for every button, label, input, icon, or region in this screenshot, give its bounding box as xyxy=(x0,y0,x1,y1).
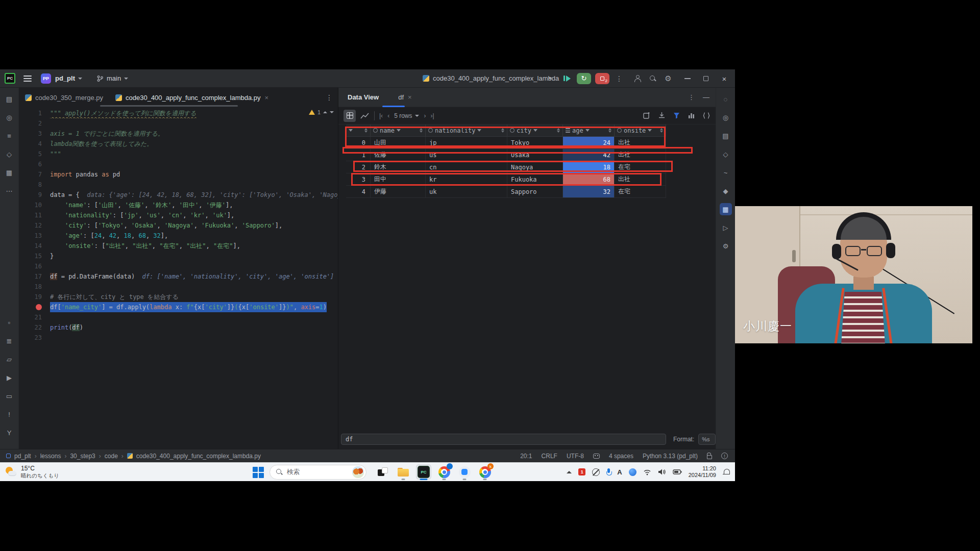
format-input[interactable]: %s xyxy=(698,434,716,445)
minimize-button[interactable] xyxy=(680,71,695,86)
panel-options-icon[interactable]: ⋮ xyxy=(688,93,695,101)
code-line[interactable]: 'age': [24, 42, 18, 68, 32], xyxy=(50,231,338,241)
search-highlight-image[interactable] xyxy=(352,466,364,478)
table-view-button[interactable] xyxy=(344,110,356,122)
lock-icon[interactable] xyxy=(707,455,712,459)
branch-widget[interactable]: main xyxy=(96,74,128,82)
first-page-icon[interactable]: |‹ xyxy=(379,112,383,119)
line-number[interactable]: 3 xyxy=(19,129,50,139)
more-tool-windows-icon[interactable]: ⋯ xyxy=(3,185,15,197)
run-configuration[interactable]: code30_400_apply_func_complex_lambda ↻ 2… xyxy=(423,73,623,84)
line-number[interactable]: 2 xyxy=(19,118,50,129)
project-name[interactable]: pd_plt xyxy=(55,74,75,82)
prev-page-icon[interactable]: ‹ xyxy=(387,112,389,119)
line-number[interactable]: 23 xyxy=(19,333,50,343)
code-line[interactable]: """ apply()メソッドを使って列に関数を適用する xyxy=(50,108,338,118)
close-tab-icon[interactable]: × xyxy=(408,93,412,101)
settings-tools-icon[interactable]: ⚙ xyxy=(720,240,732,252)
code-line[interactable] xyxy=(50,118,338,129)
memory-indicator-icon[interactable]: ! xyxy=(721,453,728,459)
breakpoint-icon[interactable] xyxy=(36,304,42,310)
microphone-icon[interactable] xyxy=(606,468,610,476)
taskbar-search[interactable]: 検索 xyxy=(270,465,366,480)
tab-code30-400-apply-func-complex-lambda[interactable]: code30_400_apply_func_complex_lambda.py … xyxy=(109,88,275,107)
project-badge-icon[interactable]: PP xyxy=(41,73,51,84)
line-number[interactable]: 6 xyxy=(19,159,50,169)
rows-per-page-dropdown[interactable]: 5 rows xyxy=(394,112,419,119)
code-line[interactable]: 'onsite': ["出社", "出社", "在宅", "出社", "在宅"]… xyxy=(50,241,338,251)
run-config-name[interactable]: code30_400_apply_func_complex_lambda xyxy=(433,74,545,82)
line-number[interactable]: 15 xyxy=(19,251,50,261)
hide-panel-icon[interactable]: — xyxy=(703,93,709,101)
line-number[interactable]: 11 xyxy=(19,210,50,220)
editor-gutter[interactable]: 12345678910111213141516171819212223 xyxy=(19,107,50,449)
project-icon[interactable]: ▤ xyxy=(3,93,15,105)
task-view-button[interactable] xyxy=(375,464,390,480)
rerun-button[interactable]: ↻ xyxy=(577,73,591,84)
tab-scrollbar[interactable] xyxy=(100,105,238,107)
maximize-button[interactable] xyxy=(698,71,714,86)
cell-age[interactable]: 32 xyxy=(563,186,615,198)
ai-assistant-icon[interactable] xyxy=(593,454,600,459)
download-icon[interactable] xyxy=(658,112,666,119)
start-button[interactable] xyxy=(253,467,264,478)
bookmarks-icon[interactable]: ▦ xyxy=(3,166,15,179)
meeting-app-button[interactable] xyxy=(457,464,472,480)
plugins-icon[interactable]: ◇ xyxy=(720,148,732,160)
columns-icon[interactable] xyxy=(688,112,695,119)
line-number[interactable]: 10 xyxy=(19,200,50,210)
settings-button[interactable]: ⚙ xyxy=(660,71,676,86)
gradle-icon[interactable]: ◆ xyxy=(720,185,732,197)
battery-icon[interactable] xyxy=(673,469,682,475)
code-line[interactable] xyxy=(50,333,338,343)
volume-icon[interactable] xyxy=(658,468,666,475)
main-menu-icon[interactable] xyxy=(23,76,32,82)
ai-assistant-icon[interactable]: ◎ xyxy=(720,111,732,123)
caret-position[interactable]: 20:1 xyxy=(520,453,532,460)
data-view-tab-df[interactable]: df × xyxy=(398,93,411,101)
code-line[interactable] xyxy=(50,180,338,190)
todo-icon[interactable]: ▫ xyxy=(3,316,15,329)
line-number[interactable]: 4 xyxy=(19,139,50,149)
chrome-profile-button[interactable]: k xyxy=(477,464,493,480)
editor-code-area[interactable]: """ apply()メソッドを使って列に関数を適用するaxis = 1 で行ご… xyxy=(50,107,338,449)
python-packages-icon[interactable]: ≣ xyxy=(3,335,15,347)
sciview-icon[interactable]: ~ xyxy=(720,166,732,179)
line-separator[interactable]: CRLF xyxy=(542,453,557,460)
next-page-icon[interactable]: › xyxy=(424,112,426,119)
line-number[interactable] xyxy=(19,302,50,312)
close-tab-icon[interactable]: × xyxy=(265,94,269,102)
search-everywhere-button[interactable] xyxy=(645,71,660,86)
version-control-icon[interactable]: Y xyxy=(3,427,15,439)
code-line[interactable]: 'name': ['山田', '佐藤', '鈴木', '田中', '伊藤'], xyxy=(50,200,338,210)
line-number[interactable]: 13 xyxy=(19,231,50,241)
code-line[interactable] xyxy=(50,312,338,322)
code-line[interactable]: df = pd.DataFrame(data) df: ['name', 'na… xyxy=(50,271,338,282)
prev-warning-icon[interactable] xyxy=(323,111,327,113)
code-line[interactable]: 'nationality': ['jp', 'us', 'cn', 'kr', … xyxy=(50,210,338,220)
code-line[interactable]: axis = 1 で行ごとに関数を適用する。 xyxy=(50,129,338,139)
file-encoding[interactable]: UTF-8 xyxy=(567,453,584,460)
last-page-icon[interactable]: ›| xyxy=(430,112,434,119)
notifications-icon[interactable]: ◌ xyxy=(720,93,732,105)
line-number[interactable]: 1 xyxy=(19,108,50,118)
line-number[interactable]: 21 xyxy=(19,312,50,322)
breadcrumb-item[interactable]: pd_plt xyxy=(14,453,31,460)
code-line[interactable]: 'city': ['Tokyo', 'Osaka', 'Nagoya', 'Fu… xyxy=(50,220,338,231)
terminal-icon[interactable]: ▭ xyxy=(3,390,15,402)
more-actions-icon[interactable]: ⋮ xyxy=(616,74,623,83)
line-number[interactable]: 16 xyxy=(19,261,50,271)
structure-icon[interactable]: ≡ xyxy=(3,130,15,142)
wifi-icon[interactable] xyxy=(643,469,651,475)
cell-onsite[interactable]: 在宅 xyxy=(615,186,666,198)
heatmap-coloring-icon[interactable] xyxy=(673,112,680,119)
breadcrumb-item[interactable]: code xyxy=(105,453,118,460)
line-number[interactable]: 7 xyxy=(19,169,50,180)
code-line[interactable]: import pandas as pd xyxy=(50,169,338,180)
open-in-new-tab-icon[interactable] xyxy=(643,112,651,119)
breadcrumb[interactable]: pd_plt›lessons›30_step3›code›code30_400_… xyxy=(6,453,261,460)
services-icon[interactable]: ◇ xyxy=(3,148,15,160)
line-number[interactable]: 18 xyxy=(19,282,50,292)
hidden-icons-chevron[interactable] xyxy=(567,471,572,473)
code-line[interactable] xyxy=(50,282,338,292)
